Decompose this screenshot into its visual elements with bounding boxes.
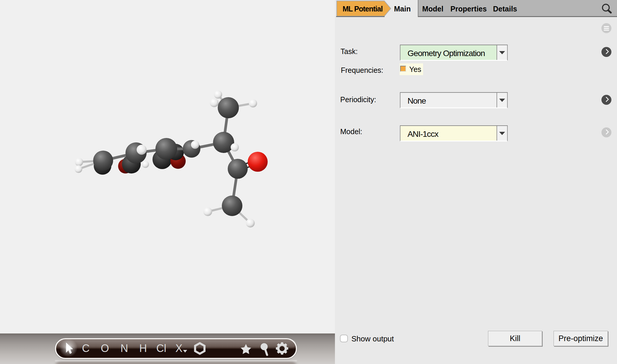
svg-text:Cl: Cl [156, 342, 166, 354]
svg-text:X: X [175, 342, 182, 354]
svg-text:H: H [139, 342, 147, 354]
svg-text:N: N [120, 342, 128, 354]
svg-text:O: O [101, 342, 109, 354]
svg-text:C: C [82, 342, 90, 354]
